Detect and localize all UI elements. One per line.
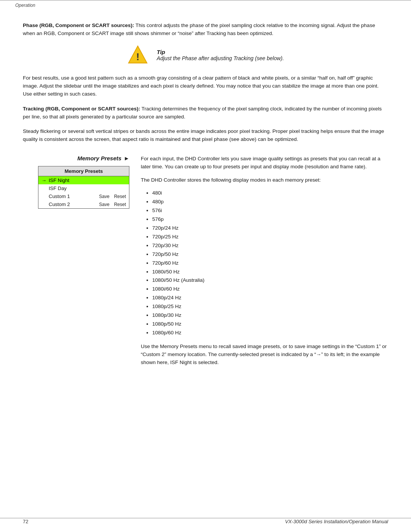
menu-item-isf-day-label: ISF Day (49, 185, 126, 191)
tracking-detail: Steady flickering or several soft vertic… (23, 128, 388, 144)
menu-box-title: Memory Presets (38, 166, 129, 176)
menu-item-isf-day[interactable]: → ISF Day (38, 184, 129, 192)
tracking-paragraph: Tracking (RGB, Component or SCART source… (23, 105, 388, 121)
tip-icon: ! (127, 45, 148, 66)
list-item: 576i (152, 206, 388, 215)
tip-label-text: Tip Adjust the Phase after adjusting Tra… (157, 49, 284, 61)
menu-item-custom2-save[interactable]: Save (99, 202, 109, 207)
menu-item-custom2-label: Custom 2 (49, 201, 97, 207)
list-item: 1080p/25 Hz (152, 302, 388, 311)
svg-text:!: ! (136, 51, 139, 62)
menu-item-custom1-label: Custom 1 (49, 193, 97, 199)
menu-item-custom2[interactable]: → Custom 2 Save Reset (38, 200, 129, 208)
menu-item-custom1-save[interactable]: Save (99, 194, 109, 199)
list-item: 576p (152, 215, 388, 224)
list-item: 480p (152, 198, 388, 206)
tip-label: Tip (157, 49, 165, 55)
memory-presets-arrow: ► (124, 155, 129, 161)
tracking-section: Tracking (RGB, Component or SCART source… (23, 105, 388, 121)
page-header: Operation (0, 0, 411, 10)
phase-detail: For best results, use a good test patter… (23, 74, 388, 98)
footer-manual-title: VX-3000d Series Installation/Operation M… (285, 519, 388, 524)
list-item: 1080i/60 Hz (152, 285, 388, 294)
list-item: 1080p/50 Hz (152, 320, 388, 329)
footer-page-number: 72 (23, 519, 28, 524)
memory-presets-label-text: Memory Presets (77, 155, 121, 161)
memory-presets-right: For each input, the DHD Controller lets … (141, 155, 388, 373)
menu-item-custom2-reset[interactable]: Reset (114, 202, 126, 207)
list-item: 1080i/50 Hz (Australia) (152, 276, 388, 285)
list-item: 1080p/30 Hz (152, 311, 388, 320)
tracking-heading: Tracking (RGB, Component or SCART source… (23, 106, 140, 112)
list-item: 720p/24 Hz (152, 224, 388, 233)
phase-section: Phase (RGB, Component or SCART sources):… (23, 22, 388, 38)
memory-presets-heading: Memory Presets ► (23, 155, 129, 161)
list-item: 720p/30 Hz (152, 241, 388, 250)
menu-item-custom1[interactable]: → Custom 1 Save Reset (38, 192, 129, 200)
phase-paragraph: Phase (RGB, Component or SCART sources):… (23, 22, 388, 38)
list-item: 720p/50 Hz (152, 250, 388, 259)
tracking-detail-text: Steady flickering or several soft vertic… (23, 128, 388, 144)
list-item: 1080p/24 Hz (152, 294, 388, 302)
list-item: 480i (152, 189, 388, 198)
menu-arrow-isf-night: → (41, 177, 46, 183)
memory-presets-section: Memory Presets ► Memory Presets → ISF Ni… (23, 155, 388, 373)
page-footer: 72 VX-3000d Series Installation/Operatio… (0, 518, 411, 521)
tip-box: ! Tip Adjust the Phase after adjusting T… (88, 45, 323, 66)
menu-item-isf-night-label: ISF Night (49, 177, 126, 183)
page: Operation Phase (RGB, Component or SCART… (0, 0, 411, 532)
menu-item-isf-night[interactable]: → ISF Night (38, 176, 129, 184)
memory-presets-left: Memory Presets ► Memory Presets → ISF Ni… (23, 155, 129, 209)
content-area: Phase (RGB, Component or SCART sources):… (0, 10, 411, 389)
list-item: 720p/60 Hz (152, 259, 388, 268)
memory-presets-closing: Use the Memory Presets menu to recall sa… (141, 343, 388, 367)
phase-detail-text: For best results, use a good test patter… (23, 74, 388, 98)
memory-presets-menu: Memory Presets → ISF Night → ISF Day → C (38, 166, 129, 209)
list-item: 1080i/50 Hz (152, 268, 388, 276)
memory-presets-intro: For each input, the DHD Controller lets … (141, 155, 388, 171)
header-label: Operation (15, 3, 35, 8)
display-modes-list: 480i 480p 576i 576p 720p/24 Hz 720p/25 H… (141, 189, 388, 337)
list-item: 720p/25 Hz (152, 233, 388, 241)
list-item: 1080p/60 Hz (152, 329, 388, 337)
menu-item-custom1-reset[interactable]: Reset (114, 194, 126, 199)
tip-content: Adjust the Phase after adjusting Trackin… (157, 55, 284, 61)
memory-presets-stores: The DHD Controller stores the following … (141, 176, 388, 184)
phase-heading: Phase (RGB, Component or SCART sources): (23, 22, 134, 28)
